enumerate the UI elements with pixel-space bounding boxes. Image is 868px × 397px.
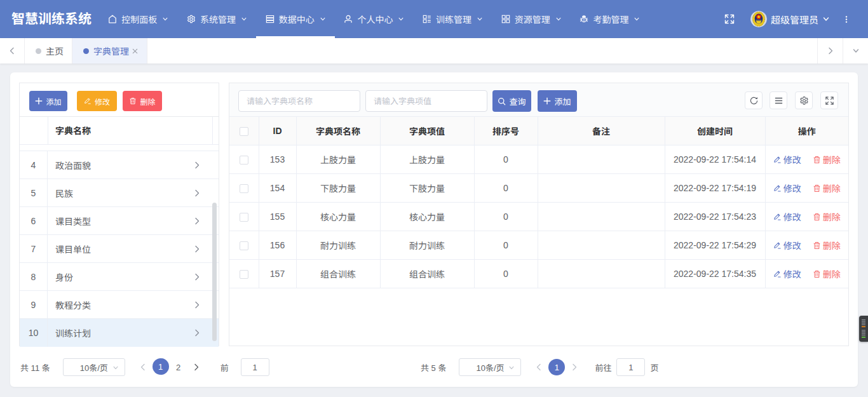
delete-dictionary-button[interactable]: 删除 — [123, 91, 162, 111]
dictionary-row[interactable]: 6 课目类型 — [20, 207, 219, 235]
row-checkbox[interactable] — [240, 241, 248, 250]
edit-item-link[interactable]: 修改 — [773, 182, 801, 194]
row-index: 7 — [20, 235, 48, 262]
delete-item-link[interactable]: 删除 — [813, 210, 841, 223]
dictionary-row[interactable]: 9 教程分类 — [20, 291, 219, 319]
dictionary-pagination: 共 11 条 10条/页 12 前 — [20, 358, 269, 376]
item-id: 154 — [259, 174, 296, 203]
refresh-button[interactable] — [745, 91, 763, 109]
prev-page-button[interactable] — [134, 358, 152, 376]
row-checkbox[interactable] — [240, 156, 248, 165]
dictionary-row[interactable]: 8 身份 — [20, 263, 219, 291]
user-name[interactable]: 超级管理员 — [771, 13, 818, 26]
delete-item-link[interactable]: 删除 — [813, 153, 841, 166]
tab[interactable]: 字典管理 — [72, 38, 147, 64]
tabbar-spacer — [147, 38, 817, 64]
chevron-right-icon — [193, 363, 200, 371]
nav-item[interactable]: 数据中心 — [256, 0, 335, 38]
edit-item-link[interactable]: 修改 — [773, 239, 801, 252]
edit-item-link[interactable]: 修改 — [773, 210, 801, 223]
tabs-scroll-left-button[interactable] — [0, 38, 25, 64]
column-header-value: 字典项值 — [380, 117, 474, 145]
item-remark — [538, 145, 665, 174]
column-header-sort: 排序号 — [474, 117, 538, 145]
item-created: 2022-09-22 17:54:35 — [665, 260, 765, 288]
item-remark — [538, 231, 665, 260]
dictionary-name: 身份 — [55, 263, 73, 290]
item-sort: 0 — [474, 174, 538, 203]
fullscreen-icon[interactable] — [724, 14, 735, 24]
delete-item-link[interactable]: 删除 — [813, 239, 841, 252]
chevron-down-icon — [477, 16, 483, 22]
prev-page-button[interactable] — [530, 358, 548, 376]
column-settings-button[interactable] — [795, 91, 813, 109]
nav-item-label: 数据中心 — [279, 13, 315, 25]
row-checkbox[interactable] — [240, 270, 248, 279]
page-number[interactable]: 1 — [548, 359, 565, 375]
add-item-button[interactable]: 添加 — [538, 90, 577, 112]
item-remark — [538, 260, 665, 288]
nav-item[interactable]: 系统管理 — [178, 0, 257, 38]
nav-item[interactable]: 控制面板 — [99, 0, 178, 38]
query-button[interactable]: 查询 — [492, 90, 531, 112]
dictionary-row[interactable]: 10 训练计划 — [20, 319, 219, 347]
chevron-down-icon — [162, 16, 168, 22]
dictionary-items-panel: 查询 添加 ID 字典项名称 字典项值 排序号 — [229, 83, 849, 346]
table-fullscreen-button[interactable] — [820, 91, 838, 109]
chevron-down-icon[interactable] — [822, 15, 830, 23]
trash-icon — [813, 156, 821, 164]
page-jump-input[interactable] — [241, 358, 269, 376]
next-page-button[interactable] — [566, 358, 583, 376]
chevron-right-icon — [193, 329, 201, 337]
top-navbar: 智慧训练系统 控制面板 系统管理 数据中心 个人中心 — [0, 0, 868, 38]
items-table: ID 字典项名称 字典项值 排序号 备注 创建时间 操作 153 — [229, 116, 848, 288]
page-number[interactable]: 2 — [170, 358, 187, 376]
chevron-down-icon — [398, 16, 404, 22]
close-icon[interactable] — [132, 48, 139, 55]
delete-item-link[interactable]: 删除 — [813, 267, 841, 280]
chevron-left-icon — [535, 363, 543, 371]
item-name-input[interactable] — [238, 90, 360, 112]
nav-item[interactable]: 考勤管理 — [571, 0, 649, 38]
list-scrollbar-thumb[interactable] — [212, 203, 217, 341]
edit-dictionary-button[interactable]: 修改 — [77, 91, 117, 111]
refresh-icon — [749, 96, 759, 105]
edit-item-link[interactable]: 修改 — [773, 153, 801, 166]
page-size-select[interactable]: 10条/页 — [459, 358, 521, 376]
add-dictionary-button[interactable]: 添加 — [29, 91, 67, 111]
next-page-button[interactable] — [187, 358, 205, 376]
nav-item[interactable]: 个人中心 — [335, 0, 414, 38]
dictionary-row[interactable]: 7 课目单位 — [20, 235, 219, 263]
pencil-icon — [773, 241, 782, 250]
tab[interactable]: 主页 — [25, 38, 72, 64]
tabs-menu-button[interactable] — [843, 38, 868, 64]
dictionary-row[interactable]: 5 民族 — [20, 179, 219, 207]
delete-item-link[interactable]: 删除 — [813, 182, 841, 194]
floating-widget[interactable] — [859, 316, 868, 342]
item-created: 2022-09-22 17:54:14 — [665, 145, 765, 174]
row-checkbox[interactable] — [240, 184, 248, 193]
dictionary-row[interactable]: 4 政治面貌 — [20, 151, 219, 179]
home-icon — [108, 15, 117, 24]
chevron-right-icon — [193, 161, 201, 169]
edit-item-link[interactable]: 修改 — [773, 267, 801, 280]
page-size-select[interactable]: 10条/页 — [63, 358, 125, 376]
page-number[interactable]: 1 — [153, 358, 169, 375]
density-button[interactable] — [770, 91, 787, 109]
nav-item[interactable]: 训练管理 — [414, 0, 492, 38]
page-jump-input[interactable] — [616, 358, 645, 376]
dictionary-name: 教程分类 — [55, 291, 91, 318]
tabs-scroll-right-button[interactable] — [817, 38, 843, 64]
jumper-suffix: 页 — [650, 361, 658, 373]
partial-row — [20, 145, 219, 151]
kebab-menu-icon[interactable] — [843, 15, 850, 24]
select-all-checkbox[interactable] — [240, 127, 248, 136]
avatar[interactable] — [750, 11, 767, 27]
chevron-down-icon — [241, 16, 247, 22]
nav-item[interactable]: 资源管理 — [492, 0, 571, 38]
pencil-icon — [773, 184, 782, 192]
row-checkbox[interactable] — [240, 213, 248, 222]
gear-icon — [799, 96, 809, 105]
nav-item-label: 训练管理 — [436, 13, 471, 25]
item-value-input[interactable] — [365, 90, 487, 112]
